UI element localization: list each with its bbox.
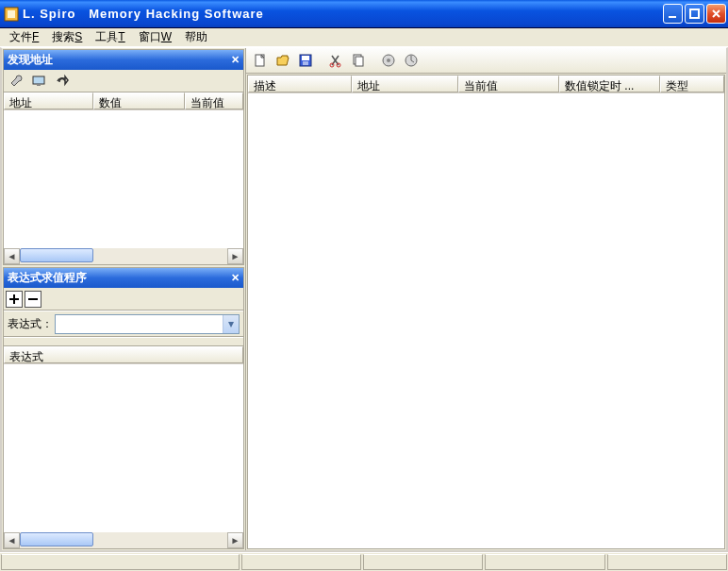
chevron-down-icon[interactable]: ▾	[223, 315, 239, 333]
status-pane-5	[607, 554, 727, 570]
col-expression[interactable]: 表达式	[4, 346, 243, 363]
col-address[interactable]: 地址	[4, 92, 93, 109]
forward-icon[interactable]	[51, 71, 72, 92]
col-value[interactable]: 数值	[93, 92, 185, 109]
col-locktime[interactable]: 数值锁定时 ...	[559, 76, 660, 92]
status-pane-2	[241, 554, 361, 570]
expression-input[interactable]	[56, 315, 223, 333]
svg-rect-5	[37, 84, 41, 86]
col-current[interactable]: 当前值	[185, 92, 243, 109]
main-list-body[interactable]	[248, 93, 724, 548]
status-pane-3	[363, 554, 483, 570]
svg-rect-8	[302, 56, 309, 60]
menubar: 文件F 搜索S 工具T 窗口W 帮助	[0, 28, 728, 47]
expr-list-body[interactable]	[4, 364, 243, 532]
svg-rect-4	[33, 76, 44, 84]
cut-icon[interactable]	[325, 50, 346, 71]
expr-result-header: 表达式	[4, 346, 243, 364]
status-pane-1	[1, 554, 240, 570]
scroll-track[interactable]	[20, 532, 227, 548]
expr-panel-title: 表达式求值程序	[8, 270, 87, 286]
scroll-right-icon[interactable]: ►	[227, 532, 243, 548]
found-addresses-panel: 发现地址 ✕ 地址 数值 当前值 ◄ ►	[3, 49, 244, 265]
col-type[interactable]: 类型	[660, 76, 724, 92]
scroll-thumb[interactable]	[20, 248, 93, 262]
found-panel-toolbar	[4, 70, 243, 92]
plus-icon[interactable]	[6, 291, 23, 308]
found-list-body[interactable]	[4, 110, 243, 248]
expr-hscroll[interactable]: ◄ ►	[4, 532, 243, 548]
svg-rect-3	[690, 9, 699, 18]
main-list: 描述 地址 当前值 数值锁定时 ... 类型	[247, 75, 725, 549]
close-button[interactable]	[706, 4, 726, 24]
copy-icon[interactable]	[348, 50, 369, 71]
workspace: 发现地址 ✕ 地址 数值 当前值 ◄ ► 表达式求值程序	[0, 47, 728, 552]
found-panel-header[interactable]: 发现地址 ✕	[4, 50, 243, 70]
statusbar	[0, 552, 728, 571]
found-hscroll[interactable]: ◄ ►	[4, 248, 243, 264]
scroll-track[interactable]	[20, 248, 227, 264]
left-column: 发现地址 ✕ 地址 数值 当前值 ◄ ► 表达式求值程序	[2, 48, 245, 550]
col-current[interactable]: 当前值	[458, 76, 559, 92]
window-title: L. Spiro Memory Hacking Software	[23, 7, 264, 21]
status-pane-4	[485, 554, 604, 570]
main-list-header: 描述 地址 当前值 数值锁定时 ... 类型	[248, 76, 724, 93]
splitter[interactable]	[4, 337, 243, 346]
scroll-thumb[interactable]	[20, 532, 93, 546]
menu-help[interactable]: 帮助	[179, 28, 213, 46]
scroll-right-icon[interactable]: ►	[227, 248, 243, 264]
svg-rect-1	[8, 10, 15, 18]
menu-search[interactable]: 搜索S	[46, 28, 88, 46]
wrench-icon[interactable]	[6, 71, 26, 92]
minus-icon[interactable]	[25, 291, 41, 308]
expr-panel-toolbar	[4, 288, 243, 311]
scroll-left-icon[interactable]: ◄	[4, 532, 20, 548]
monitor-icon[interactable]	[28, 71, 49, 92]
new-icon[interactable]	[250, 50, 271, 71]
open-icon[interactable]	[273, 50, 293, 71]
svg-rect-9	[303, 61, 308, 65]
expression-panel: 表达式求值程序 ✕ 表达式： ▾ 表达式 ◄ ►	[3, 267, 244, 549]
col-address[interactable]: 地址	[352, 76, 458, 92]
scroll-left-icon[interactable]: ◄	[4, 248, 20, 264]
save-icon[interactable]	[295, 50, 316, 71]
expression-label: 表达式：	[8, 316, 53, 332]
menu-tools[interactable]: 工具T	[90, 28, 130, 46]
found-panel-close-icon[interactable]: ✕	[231, 54, 240, 66]
expr-panel-close-icon[interactable]: ✕	[231, 272, 240, 284]
process1-icon[interactable]	[378, 50, 399, 71]
found-list-header: 地址 数值 当前值	[4, 92, 243, 110]
col-desc[interactable]: 描述	[248, 76, 352, 92]
app-icon	[4, 7, 19, 22]
found-panel-title: 发现地址	[8, 52, 53, 68]
svg-rect-13	[356, 57, 363, 66]
svg-rect-2	[669, 16, 676, 18]
expression-input-row: 表达式： ▾	[4, 311, 243, 337]
expr-panel-header[interactable]: 表达式求值程序 ✕	[4, 268, 243, 288]
titlebar: L. Spiro Memory Hacking Software	[0, 0, 728, 28]
maximize-button[interactable]	[685, 4, 704, 24]
expression-combo[interactable]: ▾	[55, 314, 240, 334]
menu-window[interactable]: 窗口W	[133, 28, 177, 46]
menu-file[interactable]: 文件F	[4, 28, 44, 46]
minimize-button[interactable]	[663, 4, 683, 24]
svg-point-15	[387, 59, 390, 62]
right-column: 描述 地址 当前值 数值锁定时 ... 类型	[245, 48, 726, 550]
process2-icon[interactable]	[401, 50, 422, 71]
main-toolbar	[246, 48, 726, 74]
